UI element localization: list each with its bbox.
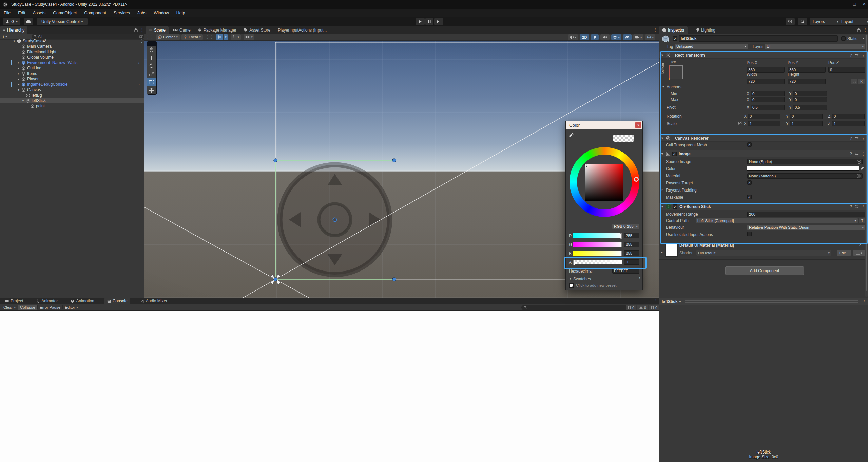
rotation-y-field[interactable]: 0: [790, 114, 823, 119]
console-search-input[interactable]: [521, 305, 628, 310]
shader-dropdown[interactable]: UI/Default▾: [696, 250, 831, 256]
scale-y-field[interactable]: 1: [790, 121, 823, 126]
foldout-arrow[interactable]: ▾: [17, 88, 21, 92]
prefab-open-chevron[interactable]: ›: [138, 61, 140, 65]
editor-dropdown[interactable]: Editor▾: [63, 305, 80, 310]
color-window-close-button[interactable]: x: [635, 122, 641, 128]
tab-scene[interactable]: Scene: [146, 26, 169, 34]
audio-toggle-button[interactable]: [600, 34, 610, 40]
r-field[interactable]: 255: [624, 233, 639, 238]
increment-snap-button[interactable]: ▾: [231, 34, 241, 40]
layer-dropdown[interactable]: UI▾: [765, 44, 865, 49]
shader-list-button[interactable]: ▾: [853, 250, 865, 256]
sv-selector[interactable]: [584, 164, 587, 167]
kebab-menu-icon[interactable]: ⋮: [861, 152, 865, 156]
a-slider[interactable]: [573, 260, 622, 264]
help-icon[interactable]: ?: [850, 204, 852, 209]
color-window-titlebar[interactable]: Color x: [566, 121, 642, 129]
collapse-button[interactable]: Collapse: [18, 305, 37, 310]
preview-drag-handle[interactable]: [685, 300, 858, 303]
rotation-z-field[interactable]: 0: [832, 114, 865, 119]
hierarchy-item-ingamedebugconsole[interactable]: ▸ IngameDebugConsole ›: [0, 82, 144, 87]
g-field[interactable]: 255: [624, 242, 639, 247]
menu-file[interactable]: File: [0, 11, 14, 15]
hierarchy-item-canvas[interactable]: ▾ Canvas: [0, 87, 144, 93]
b-field[interactable]: 255: [624, 250, 639, 256]
hierarchy-item-outline[interactable]: ▸ OutLine: [0, 65, 144, 71]
hierarchy-item-point[interactable]: point: [0, 103, 144, 109]
presets-icon[interactable]: [855, 136, 859, 140]
info-count-button[interactable]: 0: [626, 305, 636, 310]
eyedropper-icon[interactable]: [861, 166, 865, 170]
on-screen-stick-header[interactable]: ▼ # ✓ On-Screen Stick ?⋮: [659, 203, 868, 210]
gizmos-dropdown[interactable]: ▾: [645, 34, 655, 40]
control-path-dropdown[interactable]: Left Stick [Gamepad]▾: [696, 218, 858, 223]
help-icon[interactable]: ?: [850, 53, 852, 58]
rect-tool-button[interactable]: [147, 78, 156, 86]
source-image-field[interactable]: None (Sprite): [747, 159, 863, 164]
help-icon[interactable]: ?: [850, 136, 852, 141]
cloud-button[interactable]: [24, 18, 33, 25]
hierarchy-tab-menu-icon[interactable]: ⋮: [140, 27, 144, 32]
help-icon[interactable]: ?: [859, 243, 861, 247]
menu-edit[interactable]: Edit: [14, 11, 29, 15]
tools-drag-handle[interactable]: [147, 41, 157, 46]
play-button[interactable]: [416, 18, 425, 25]
foldout-arrow[interactable]: ▸: [17, 66, 21, 70]
minimize-button[interactable]: ─: [843, 2, 845, 6]
pause-button[interactable]: [425, 18, 433, 25]
tab-asset-store[interactable]: Asset Store: [241, 26, 273, 34]
object-picker-icon[interactable]: [857, 160, 861, 164]
blueprint-mode-button[interactable]: [851, 79, 857, 84]
name-field[interactable]: leftStick: [679, 35, 838, 42]
tab-animation[interactable]: Animation: [68, 298, 97, 304]
scene-menu-icon[interactable]: ⋮: [140, 39, 144, 43]
menu-jobs[interactable]: Jobs: [134, 11, 150, 15]
image-material-field[interactable]: None (Material): [747, 173, 863, 179]
anchors-min-x-field[interactable]: 0: [751, 91, 785, 96]
b-slider[interactable]: [573, 251, 622, 256]
raycast-target-checkbox[interactable]: ✓: [747, 180, 752, 185]
anchors-max-x-field[interactable]: 0: [751, 97, 785, 102]
hierarchy-search-input[interactable]: All: [32, 34, 145, 39]
hand-tool-button[interactable]: [147, 46, 156, 54]
new-preset-swatch-icon[interactable]: [569, 283, 574, 288]
presets-icon[interactable]: [855, 152, 859, 156]
pivot-mode-dropdown[interactable]: Center▾: [156, 34, 180, 40]
kebab-menu-icon[interactable]: ⋮: [861, 204, 865, 209]
shading-mode-dropdown[interactable]: ▾: [568, 34, 578, 40]
maskable-checkbox[interactable]: ✓: [747, 195, 752, 199]
hidden-objects-button[interactable]: [623, 34, 632, 40]
foldout-arrow[interactable]: ▾: [12, 39, 16, 43]
static-caret[interactable]: ▾: [863, 37, 864, 40]
foldout-arrow[interactable]: ▾: [21, 99, 25, 102]
inspector-lock-icon[interactable]: [857, 28, 861, 32]
move-tool-button[interactable]: [147, 54, 156, 62]
rect-transform-header[interactable]: ▼ Rect Transform ?⋮: [659, 52, 868, 59]
tab-playerinputactions-input[interactable]: PlayerInputActions (Input...: [275, 26, 330, 34]
tab-inspector[interactable]: Inspector: [659, 26, 688, 34]
pivot-y-field[interactable]: 0.5: [793, 105, 827, 110]
inspector-tab-menu-icon[interactable]: ⋮: [863, 27, 867, 32]
scale-tool-button[interactable]: [147, 70, 156, 78]
search-button[interactable]: [798, 18, 807, 25]
a-field[interactable]: 0: [624, 259, 639, 265]
camera-dropdown[interactable]: ▾: [633, 34, 644, 40]
version-control-button[interactable]: Unity Version Control▾: [37, 18, 88, 25]
menu-component[interactable]: Component: [80, 11, 110, 15]
menu-services[interactable]: Services: [110, 11, 134, 15]
image-enabled-checkbox[interactable]: ✓: [672, 152, 677, 156]
lighting-toggle-button[interactable]: [591, 34, 599, 40]
swatches-menu-icon[interactable]: ⋮: [638, 276, 642, 281]
effects-dropdown[interactable]: ▾: [611, 34, 621, 40]
layout-dropdown[interactable]: Layout▾: [838, 18, 868, 25]
anchors-min-y-field[interactable]: 0: [793, 91, 827, 96]
presets-icon[interactable]: [855, 53, 859, 57]
presets-icon[interactable]: [855, 205, 859, 208]
hierarchy-item-directional-light[interactable]: Directional Light: [0, 49, 144, 55]
step-button[interactable]: [434, 18, 443, 25]
kebab-menu-icon[interactable]: ⋮: [861, 136, 865, 141]
console-content[interactable]: [0, 311, 659, 462]
grid-snap-dropdown[interactable]: ▾: [224, 34, 228, 40]
maximize-button[interactable]: ▢: [853, 2, 856, 6]
